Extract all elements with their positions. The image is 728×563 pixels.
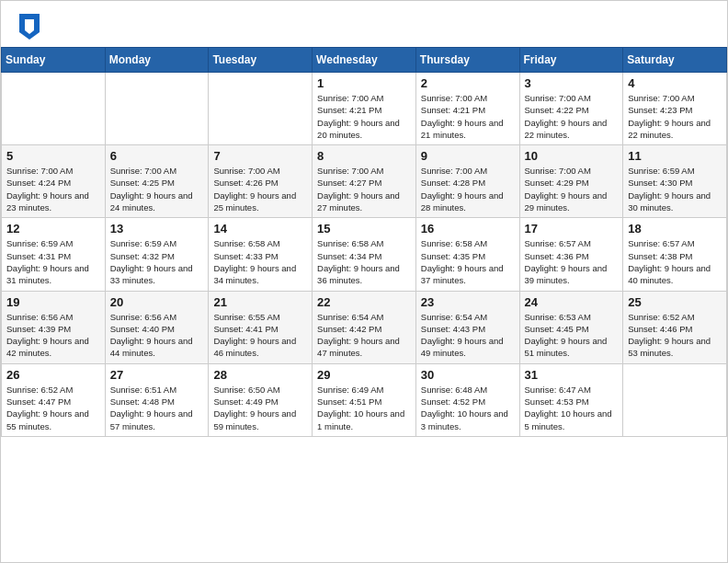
day-info: Sunrise: 7:00 AMSunset: 4:22 PMDaylight:…	[525, 92, 619, 141]
logo-icon	[19, 14, 40, 40]
calendar-cell: 10Sunrise: 7:00 AMSunset: 4:29 PMDayligh…	[519, 145, 623, 218]
day-number: 22	[317, 295, 411, 309]
calendar-week-2: 5Sunrise: 7:00 AMSunset: 4:24 PMDaylight…	[2, 145, 727, 218]
calendar-cell: 5Sunrise: 7:00 AMSunset: 4:24 PMDaylight…	[2, 145, 106, 218]
calendar-cell	[105, 73, 209, 145]
day-number: 30	[421, 368, 515, 382]
calendar-cell: 18Sunrise: 6:57 AMSunset: 4:38 PMDayligh…	[623, 218, 727, 291]
day-number: 9	[421, 149, 515, 163]
day-info: Sunrise: 6:59 AMSunset: 4:32 PMDaylight:…	[110, 237, 204, 286]
calendar-cell: 11Sunrise: 6:59 AMSunset: 4:30 PMDayligh…	[623, 145, 727, 218]
day-info: Sunrise: 6:55 AMSunset: 4:41 PMDaylight:…	[213, 311, 307, 360]
calendar-cell: 24Sunrise: 6:53 AMSunset: 4:45 PMDayligh…	[519, 291, 623, 363]
day-number: 6	[110, 149, 204, 163]
day-info: Sunrise: 7:00 AMSunset: 4:25 PMDaylight:…	[110, 165, 204, 213]
day-info: Sunrise: 6:58 AMSunset: 4:35 PMDaylight:…	[421, 237, 515, 286]
day-info: Sunrise: 6:56 AMSunset: 4:39 PMDaylight:…	[6, 311, 100, 360]
calendar-week-1: 1Sunrise: 7:00 AMSunset: 4:21 PMDaylight…	[2, 73, 727, 145]
calendar-cell: 8Sunrise: 7:00 AMSunset: 4:27 PMDaylight…	[313, 145, 416, 218]
day-number: 21	[213, 295, 307, 309]
day-info: Sunrise: 7:00 AMSunset: 4:21 PMDaylight:…	[317, 92, 411, 141]
day-number: 31	[525, 368, 619, 382]
calendar-cell: 23Sunrise: 6:54 AMSunset: 4:43 PMDayligh…	[415, 291, 519, 363]
calendar-cell: 19Sunrise: 6:56 AMSunset: 4:39 PMDayligh…	[2, 291, 106, 363]
calendar-cell: 30Sunrise: 6:48 AMSunset: 4:52 PMDayligh…	[415, 363, 519, 436]
calendar-cell: 13Sunrise: 6:59 AMSunset: 4:32 PMDayligh…	[105, 218, 209, 291]
weekday-header-sunday: Sunday	[2, 48, 106, 73]
calendar-cell: 6Sunrise: 7:00 AMSunset: 4:25 PMDaylight…	[105, 145, 209, 218]
day-info: Sunrise: 6:48 AMSunset: 4:52 PMDaylight:…	[421, 384, 515, 432]
calendar-cell: 29Sunrise: 6:49 AMSunset: 4:51 PMDayligh…	[313, 363, 416, 436]
day-number: 29	[317, 368, 411, 382]
day-info: Sunrise: 6:52 AMSunset: 4:47 PMDaylight:…	[6, 384, 100, 432]
weekday-header-tuesday: Tuesday	[209, 48, 313, 73]
day-info: Sunrise: 6:54 AMSunset: 4:43 PMDaylight:…	[421, 311, 515, 360]
calendar-cell: 27Sunrise: 6:51 AMSunset: 4:48 PMDayligh…	[105, 363, 209, 436]
weekday-header-row: SundayMondayTuesdayWednesdayThursdayFrid…	[2, 48, 727, 73]
day-info: Sunrise: 6:58 AMSunset: 4:34 PMDaylight:…	[317, 237, 411, 286]
day-info: Sunrise: 7:00 AMSunset: 4:23 PMDaylight:…	[628, 92, 722, 141]
day-number: 25	[628, 295, 722, 309]
calendar-cell: 25Sunrise: 6:52 AMSunset: 4:46 PMDayligh…	[623, 291, 727, 363]
weekday-header-thursday: Thursday	[415, 48, 519, 73]
day-number: 5	[6, 149, 100, 163]
day-number: 19	[6, 295, 100, 309]
day-number: 14	[213, 222, 307, 236]
calendar-page: SundayMondayTuesdayWednesdayThursdayFrid…	[0, 0, 728, 563]
day-info: Sunrise: 7:00 AMSunset: 4:21 PMDaylight:…	[421, 92, 515, 141]
day-info: Sunrise: 6:50 AMSunset: 4:49 PMDaylight:…	[213, 384, 307, 432]
calendar-table: SundayMondayTuesdayWednesdayThursdayFrid…	[1, 47, 727, 437]
day-info: Sunrise: 7:00 AMSunset: 4:29 PMDaylight:…	[525, 165, 619, 213]
calendar-week-3: 12Sunrise: 6:59 AMSunset: 4:31 PMDayligh…	[2, 218, 727, 291]
day-info: Sunrise: 6:59 AMSunset: 4:30 PMDaylight:…	[628, 165, 722, 213]
day-number: 1	[317, 76, 411, 90]
calendar-cell: 16Sunrise: 6:58 AMSunset: 4:35 PMDayligh…	[415, 218, 519, 291]
calendar-cell: 28Sunrise: 6:50 AMSunset: 4:49 PMDayligh…	[209, 363, 313, 436]
calendar-cell: 2Sunrise: 7:00 AMSunset: 4:21 PMDaylight…	[415, 73, 519, 145]
calendar-cell: 22Sunrise: 6:54 AMSunset: 4:42 PMDayligh…	[313, 291, 416, 363]
calendar-cell: 26Sunrise: 6:52 AMSunset: 4:47 PMDayligh…	[2, 363, 106, 436]
day-number: 15	[317, 222, 411, 236]
day-number: 11	[628, 149, 722, 163]
calendar-cell: 20Sunrise: 6:56 AMSunset: 4:40 PMDayligh…	[105, 291, 209, 363]
day-info: Sunrise: 6:52 AMSunset: 4:46 PMDaylight:…	[628, 311, 722, 360]
weekday-header-saturday: Saturday	[623, 48, 727, 73]
calendar-cell: 1Sunrise: 7:00 AMSunset: 4:21 PMDaylight…	[313, 73, 416, 145]
weekday-header-monday: Monday	[105, 48, 209, 73]
day-info: Sunrise: 6:47 AMSunset: 4:53 PMDaylight:…	[525, 384, 619, 432]
day-number: 16	[421, 222, 515, 236]
day-number: 8	[317, 149, 411, 163]
day-info: Sunrise: 6:57 AMSunset: 4:38 PMDaylight:…	[628, 237, 722, 286]
logo	[19, 14, 43, 40]
day-number: 4	[628, 76, 722, 90]
day-info: Sunrise: 6:56 AMSunset: 4:40 PMDaylight:…	[110, 311, 204, 360]
day-info: Sunrise: 6:49 AMSunset: 4:51 PMDaylight:…	[317, 384, 411, 432]
calendar-cell: 4Sunrise: 7:00 AMSunset: 4:23 PMDaylight…	[623, 73, 727, 145]
day-number: 23	[421, 295, 515, 309]
weekday-header-friday: Friday	[519, 48, 623, 73]
day-info: Sunrise: 6:59 AMSunset: 4:31 PMDaylight:…	[6, 237, 100, 286]
calendar-cell: 3Sunrise: 7:00 AMSunset: 4:22 PMDaylight…	[519, 73, 623, 145]
calendar-cell	[623, 363, 727, 436]
day-info: Sunrise: 7:00 AMSunset: 4:27 PMDaylight:…	[317, 165, 411, 213]
calendar-cell: 31Sunrise: 6:47 AMSunset: 4:53 PMDayligh…	[519, 363, 623, 436]
day-info: Sunrise: 6:58 AMSunset: 4:33 PMDaylight:…	[213, 237, 307, 286]
calendar-cell: 17Sunrise: 6:57 AMSunset: 4:36 PMDayligh…	[519, 218, 623, 291]
calendar-cell	[2, 73, 106, 145]
day-number: 7	[213, 149, 307, 163]
day-number: 13	[110, 222, 204, 236]
day-number: 27	[110, 368, 204, 382]
day-info: Sunrise: 6:53 AMSunset: 4:45 PMDaylight:…	[525, 311, 619, 360]
calendar-cell: 7Sunrise: 7:00 AMSunset: 4:26 PMDaylight…	[209, 145, 313, 218]
day-info: Sunrise: 7:00 AMSunset: 4:24 PMDaylight:…	[6, 165, 100, 213]
calendar-cell: 12Sunrise: 6:59 AMSunset: 4:31 PMDayligh…	[2, 218, 106, 291]
day-info: Sunrise: 7:00 AMSunset: 4:26 PMDaylight:…	[213, 165, 307, 213]
day-number: 24	[525, 295, 619, 309]
day-number: 18	[628, 222, 722, 236]
calendar-cell: 15Sunrise: 6:58 AMSunset: 4:34 PMDayligh…	[313, 218, 416, 291]
calendar-cell: 21Sunrise: 6:55 AMSunset: 4:41 PMDayligh…	[209, 291, 313, 363]
day-number: 3	[525, 76, 619, 90]
day-number: 20	[110, 295, 204, 309]
day-info: Sunrise: 6:51 AMSunset: 4:48 PMDaylight:…	[110, 384, 204, 432]
day-info: Sunrise: 6:54 AMSunset: 4:42 PMDaylight:…	[317, 311, 411, 360]
